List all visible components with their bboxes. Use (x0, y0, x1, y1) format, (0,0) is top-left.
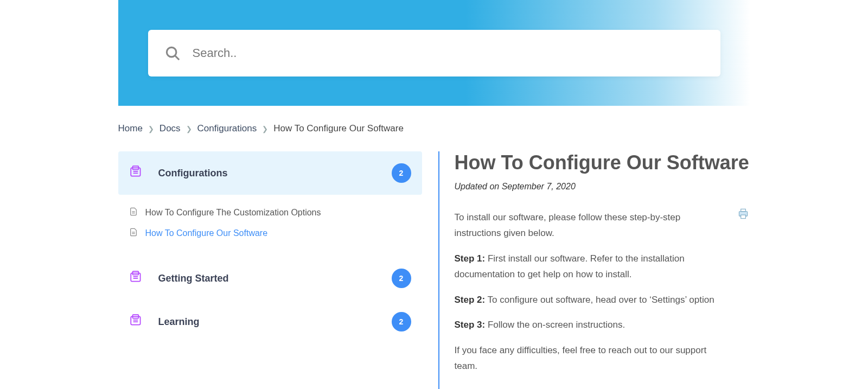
sidebar-category-getting-started[interactable]: Getting Started 2 (118, 257, 422, 300)
breadcrumb-docs[interactable]: Docs (159, 123, 181, 134)
folder-icon (129, 314, 143, 330)
article-intro: To install our software, please follow t… (455, 210, 750, 241)
sidebar-category-learning[interactable]: Learning 2 (118, 300, 422, 343)
page-title: How To Configure Our Software (455, 151, 750, 174)
count-badge: 2 (392, 312, 411, 331)
folder-icon (129, 165, 143, 181)
breadcrumb: Home ❯ Docs ❯ Configurations ❯ How To Co… (118, 106, 750, 151)
count-badge: 2 (392, 163, 411, 183)
search-box[interactable] (148, 30, 720, 76)
svg-line-1 (175, 56, 178, 59)
sidebar: Configurations 2 How To Configure The Cu… (118, 151, 422, 389)
chevron-right-icon: ❯ (186, 125, 192, 133)
document-icon (129, 207, 138, 219)
article-step-2: Step 2: To configure out software, head … (455, 292, 750, 308)
count-badge: 2 (392, 269, 411, 288)
article: How To Configure Our Software Updated on… (438, 151, 750, 389)
breadcrumb-home[interactable]: Home (118, 123, 143, 134)
svg-rect-19 (741, 209, 745, 211)
sidebar-item-customization-options[interactable]: How To Configure The Customization Optio… (118, 202, 422, 223)
search-icon (164, 45, 181, 61)
search-input[interactable] (193, 46, 704, 60)
sidebar-category-configurations[interactable]: Configurations 2 (118, 151, 422, 195)
document-icon (129, 227, 138, 239)
folder-icon (129, 270, 143, 286)
print-icon[interactable] (736, 207, 750, 223)
svg-rect-20 (741, 215, 745, 219)
sidebar-sublist: How To Configure The Customization Optio… (118, 195, 422, 257)
article-outro: If you face any difficulties, feel free … (455, 343, 750, 374)
breadcrumb-current: How To Configure Our Software (273, 123, 404, 134)
sidebar-category-label: Configurations (158, 168, 392, 179)
breadcrumb-configs[interactable]: Configurations (197, 123, 257, 134)
sidebar-item-label: How To Configure The Customization Optio… (145, 208, 321, 218)
sidebar-item-configure-software[interactable]: How To Configure Our Software (118, 223, 422, 244)
article-step-1: Step 1: First install our software. Refe… (455, 251, 750, 283)
sidebar-category-label: Getting Started (158, 273, 392, 284)
updated-meta: Updated on September 7, 2020 (455, 182, 750, 192)
article-step-3: Step 3: Follow the on-screen instruction… (455, 317, 750, 333)
sidebar-item-label: How To Configure Our Software (145, 228, 268, 238)
sidebar-category-label: Learning (158, 316, 392, 328)
chevron-right-icon: ❯ (148, 125, 154, 133)
search-banner (118, 0, 750, 106)
chevron-right-icon: ❯ (262, 125, 268, 133)
